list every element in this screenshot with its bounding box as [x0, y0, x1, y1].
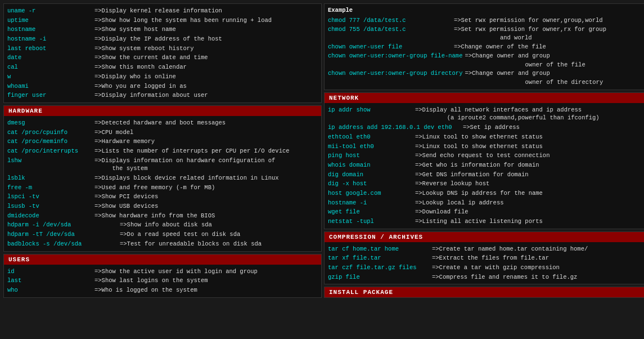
list-item: last reboot =>Show system reboot history — [7, 44, 318, 53]
desc-netstat: =>Listing all active listening ports — [415, 217, 543, 226]
list-item: chown owner-user:owner-group file-name =… — [328, 52, 641, 70]
desc-whois: =>Get who is information for domain — [415, 161, 539, 170]
page: uname -r =>Display kernel release inform… — [0, 0, 644, 301]
desc-w: =>Display who is online — [94, 73, 176, 81]
cmd-ip-addr: ip addr show — [328, 106, 415, 114]
ex-desc-chmod777: =>Set rwx permission for owner,group,wor… — [454, 16, 603, 25]
hardware-header: HARDWARE — [4, 106, 321, 116]
section-compression: COMPRESSION / ARCHIVES tar cf home.tar h… — [324, 231, 644, 285]
cmd-dig: dig domain — [328, 171, 415, 179]
cmd-netstat: netstat -tupl — [328, 217, 415, 226]
cmd-tar-cf: tar cf home.tar home — [328, 245, 432, 253]
list-item: wget file =>Download file — [328, 207, 641, 217]
list-item: last =>Show last logins on the system — [7, 276, 318, 286]
desc-lsusb: =>Show USB devices — [94, 202, 158, 211]
list-item: cat /proc/interrupts =>Lists the number … — [7, 146, 318, 156]
cmd-host: host google.com — [328, 189, 415, 198]
list-item: hostname =>Show system host name — [7, 25, 318, 34]
list-item: lsblk =>Displays block device related in… — [7, 173, 318, 183]
desc-last-reboot: =>Show system reboot history — [94, 44, 193, 53]
list-item: cal =>Show this month calendar — [7, 63, 318, 72]
list-item: uname -r =>Display kernel release inform… — [7, 6, 318, 16]
cmd-dig-x: dig -x host — [328, 180, 415, 188]
cmd-hdparm-tt: hdparm -tT /dev/sda — [7, 230, 120, 239]
cmd-dmesg: dmesg — [7, 119, 94, 127]
list-item: cat /proc/cpuinfo =>CPU model — [7, 128, 318, 137]
list-item: dmidecode =>Show hardware info from the … — [7, 211, 318, 221]
desc-date: =>Show the current date and time — [94, 53, 208, 62]
cmd-lspci: lspci -tv — [7, 193, 94, 201]
ex-cmd-chmod755: chmod 755 /data/test.c — [328, 25, 452, 34]
desc-who: =>Who is logged on the system — [94, 286, 197, 295]
list-item: whois domain =>Get who is information fo… — [328, 160, 641, 170]
list-item: dig -x host =>Reverse lookup host — [328, 179, 641, 189]
cmd-lsblk: lsblk — [7, 174, 94, 182]
list-item: ping host =>Send echo request to test co… — [328, 151, 641, 160]
list-item: lshw =>Displays information on hardware … — [7, 156, 318, 173]
network-body: ip addr show =>Display all network inter… — [325, 103, 644, 229]
cmd-last-reboot: last reboot — [7, 44, 94, 53]
cmd-cal: cal — [7, 63, 94, 72]
desc-uptime: =>Show how long the system has been runn… — [94, 16, 272, 25]
desc-tar-cf: =>Create tar named home.tar containing h… — [432, 245, 588, 253]
desc-ip-add: =>Set ip address — [463, 123, 520, 132]
section-install: INSTALL PACKAGE — [324, 287, 644, 298]
desc-interrupts: =>Lists the number of interrupts per CPU… — [94, 147, 290, 155]
cmd-ethtool: ethtool eth0 — [328, 133, 415, 141]
desc-lshw: =>Displays information on hardware confi… — [94, 157, 275, 173]
cmd-lshw: lshw — [7, 157, 94, 165]
desc-hostname: =>Show system host name — [94, 25, 176, 34]
section-hardware: HARDWARE dmesg =>Detected hardware and b… — [3, 105, 322, 252]
section-users: USERS id =>Show the active user id with … — [3, 254, 322, 298]
desc-finger: =>Display information about user — [94, 91, 208, 100]
desc-ip-addr: =>Display all network interfaces and ip … — [415, 106, 600, 122]
list-item: badblocks -s /dev/sda =>Test for unreada… — [7, 239, 318, 249]
cmd-tar-xf: tar xf file.tar — [328, 254, 432, 262]
right-column: Example chmod 777 /data/test.c =>Set rwx… — [323, 2, 644, 299]
desc-hostname-ii: =>Lookup local ip address — [415, 199, 504, 207]
list-item: mii-tool eth0 =>Linux tool to show ether… — [328, 142, 641, 151]
cmd-finger: finger user — [7, 91, 94, 100]
desc-hdparm-tt: =>Do a read speed test on disk sda — [120, 230, 240, 239]
desc-lsblk: =>Displays block device related informat… — [94, 174, 279, 182]
cmd-badblocks: badblocks -s /dev/sda — [7, 240, 120, 248]
desc-badblocks: =>Test for unreadable blocks on disk sda — [120, 240, 262, 248]
list-item: whoami =>Who you are logged in as — [7, 82, 318, 91]
network-header: NETWORK — [325, 93, 644, 103]
example-body: Example chmod 777 /data/test.c =>Set rwx… — [325, 4, 644, 90]
cmd-hostname: hostname — [7, 25, 94, 34]
desc-dig-x: =>Reverse lookup host — [415, 180, 489, 188]
cmd-dmidecode: dmidecode — [7, 212, 94, 220]
desc-meminfo: =>Hardware memory — [94, 137, 155, 146]
ex-desc-chown-file: =>Change owner of the file — [454, 43, 546, 52]
hardware-body: dmesg =>Detected hardware and boot messa… — [4, 116, 321, 251]
list-item: cat /proc/meminfo =>Hardware memory — [7, 137, 318, 146]
desc-id: =>Show the active user id with login and… — [94, 267, 258, 276]
list-item: host google.com =>Lookup DNS ip address … — [328, 189, 641, 198]
desc-gzip: =>Compress file and renames it to file.g… — [432, 273, 577, 282]
cmd-date: date — [7, 53, 94, 62]
cmd-free: free -m — [7, 184, 94, 192]
example-title: Example — [328, 6, 641, 15]
list-item: hostname -i =>Lookup local ip address — [328, 198, 641, 208]
desc-host: =>Lookup DNS ip address for the name — [415, 189, 543, 198]
list-item: w =>Display who is online — [7, 72, 318, 82]
desc-cpuinfo: =>CPU model — [94, 128, 133, 137]
section-example: Example chmod 777 /data/test.c =>Set rwx… — [324, 3, 644, 90]
users-body: id =>Show the active user id with login … — [4, 265, 321, 297]
install-header: INSTALL PACKAGE — [325, 287, 644, 297]
cmd-id: id — [7, 267, 94, 276]
cmd-miitool: mii-tool eth0 — [328, 142, 415, 151]
list-item: chmod 777 /data/test.c =>Set rwx permiss… — [328, 16, 641, 25]
list-item: who =>Who is logged on the system — [7, 286, 318, 295]
compression-header: COMPRESSION / ARCHIVES — [325, 232, 644, 242]
cmd-wget: wget file — [328, 208, 415, 216]
list-item: gzip file =>Compress file and renames it… — [328, 273, 641, 282]
ex-cmd-chmod777: chmod 777 /data/test.c — [328, 16, 452, 25]
list-item: tar cf home.tar home =>Create tar named … — [328, 244, 641, 254]
list-item: lsusb -tv =>Show USB devices — [7, 202, 318, 211]
list-item: tar czf file.tar.gz files =>Create a tar… — [328, 263, 641, 273]
cmd-last: last — [7, 276, 94, 285]
users-header: USERS — [4, 255, 321, 265]
cmd-ping: ping host — [328, 151, 415, 160]
